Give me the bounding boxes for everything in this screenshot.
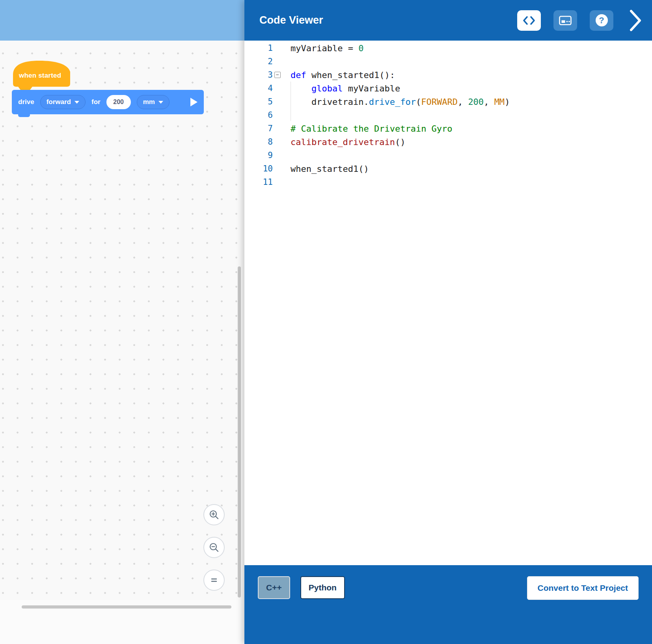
cpp-tab-button[interactable]: C++	[258, 576, 290, 599]
code-text: global myVariable	[291, 84, 400, 93]
indent-guide	[291, 82, 291, 121]
line-number: 6	[244, 110, 273, 120]
code-line: 6	[244, 108, 652, 122]
brain-icon	[559, 15, 572, 26]
line-number: 8	[244, 137, 273, 147]
zoom-in-button[interactable]	[203, 504, 225, 525]
zoom-out-icon	[209, 542, 220, 553]
block-tab	[18, 114, 30, 117]
code-text: def when_started1():	[291, 70, 395, 80]
collapse-panel-button[interactable]	[626, 9, 645, 32]
fold-marker[interactable]: −	[273, 72, 282, 78]
zoom-out-button[interactable]	[203, 537, 225, 558]
code-view-button[interactable]	[517, 10, 541, 31]
code-line: 8calibrate_drivetrain()	[244, 135, 652, 149]
for-label: for	[91, 98, 101, 106]
code-line: 3−def when_started1():	[244, 68, 652, 82]
code-editor[interactable]: 1myVariable = 023−def when_started1():4 …	[244, 41, 652, 565]
code-line: 2	[244, 55, 652, 68]
code-line: 11	[244, 175, 652, 189]
code-line: 7# Calibrate the Drivetrain Gyro	[244, 122, 652, 135]
line-number: 10	[244, 164, 273, 173]
brain-button[interactable]	[553, 10, 577, 31]
line-number: 1	[244, 43, 273, 53]
code-viewer-header: Code Viewer ?	[244, 0, 652, 41]
zoom-in-icon	[209, 509, 220, 520]
code-viewer-footer: C++ Python Convert to Text Project	[244, 565, 652, 644]
toolbar-strip	[0, 0, 244, 41]
code-text: # Calibrate the Drivetrain Gyro	[291, 124, 453, 134]
line-number: 4	[244, 84, 273, 93]
zoom-reset-button[interactable]	[203, 570, 225, 591]
line-number: 3	[244, 70, 273, 80]
python-tab-button[interactable]: Python	[300, 576, 345, 599]
code-text: when_started1()	[291, 164, 369, 174]
line-number: 9	[244, 151, 273, 160]
page-title: Code Viewer	[259, 14, 323, 26]
when-started-label: when started	[19, 72, 61, 80]
horizontal-scrollbar[interactable]	[22, 605, 231, 609]
direction-dropdown[interactable]: forward	[40, 95, 86, 109]
line-number: 7	[244, 124, 273, 133]
code-text: myVariable = 0	[291, 43, 363, 53]
drive-block[interactable]: drive forward for 200 mm	[12, 90, 204, 114]
code-line: 1myVariable = 0	[244, 41, 652, 55]
code-icon	[523, 16, 535, 25]
code-line: 10when_started1()	[244, 162, 652, 175]
code-viewer-panel: Code Viewer ?	[244, 0, 652, 644]
help-icon: ?	[596, 14, 608, 26]
code-line: 4 global myVariable	[244, 82, 652, 95]
code-text: calibrate_drivetrain()	[291, 137, 405, 147]
chevron-down-icon	[158, 101, 163, 104]
line-number: 5	[244, 97, 273, 106]
code-lines: 1myVariable = 023−def when_started1():4 …	[244, 41, 652, 189]
unit-value: mm	[143, 98, 155, 106]
unit-dropdown[interactable]: mm	[137, 95, 170, 109]
direction-value: forward	[47, 98, 71, 106]
help-button[interactable]: ?	[590, 10, 613, 31]
drive-label: drive	[18, 98, 34, 106]
zoom-reset-icon	[209, 575, 219, 585]
play-icon[interactable]	[190, 98, 197, 106]
chevron-right-icon	[630, 9, 641, 32]
vertical-scrollbar[interactable]	[238, 266, 241, 597]
code-text: drivetrain.drive_for(FORWARD, 200, MM)	[291, 97, 510, 107]
block-canvas[interactable]: when started drive forward for 200 mm	[0, 0, 244, 644]
convert-to-text-project-button[interactable]: Convert to Text Project	[527, 576, 639, 600]
code-line: 9	[244, 149, 652, 162]
line-number: 2	[244, 57, 273, 66]
line-number: 11	[244, 177, 273, 187]
code-line: 5 drivetrain.drive_for(FORWARD, 200, MM)	[244, 95, 652, 108]
chevron-down-icon	[75, 101, 79, 104]
distance-input[interactable]: 200	[106, 95, 131, 109]
